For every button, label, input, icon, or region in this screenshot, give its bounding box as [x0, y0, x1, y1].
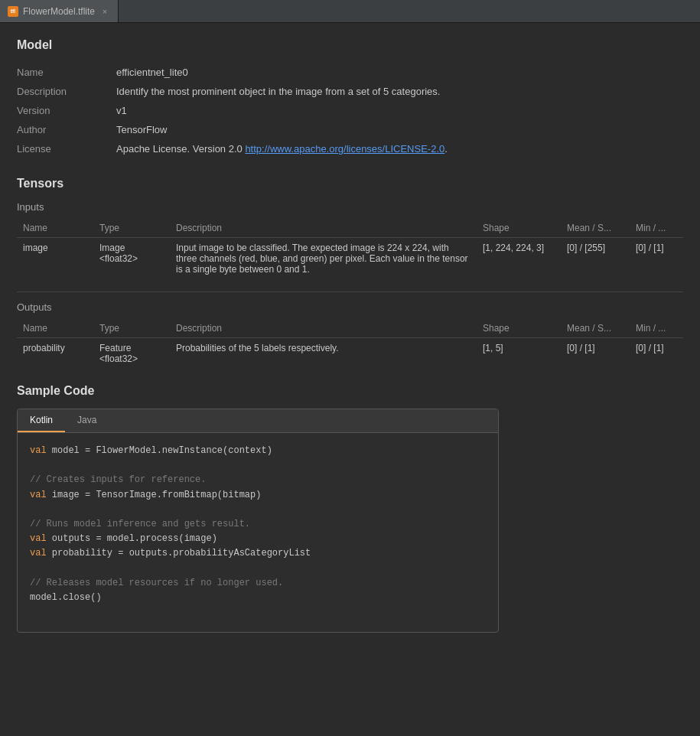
- outputs-row-0: probability Feature <float32> Probabilit…: [17, 338, 683, 370]
- input-mean-0: [0] / [255]: [561, 238, 630, 280]
- outputs-group-title: Outputs: [17, 301, 683, 313]
- code-line-5: [30, 503, 486, 517]
- input-type-0: Image <float32>: [93, 238, 170, 280]
- input-name-0: image: [17, 238, 93, 280]
- outputs-col-type: Type: [93, 319, 170, 338]
- license-text: Apache License. Version 2.0: [116, 143, 245, 155]
- meta-label-description: Description: [17, 86, 116, 97]
- code-line-8: val probability = outputs.probabilityAsC…: [30, 546, 486, 561]
- sample-code-title: Sample Code: [17, 384, 683, 398]
- tab-kotlin[interactable]: Kotlin: [18, 409, 65, 432]
- tab-bar: tfl FlowerModel.tflite ×: [0, 0, 700, 23]
- tensors-section-title: Tensors: [17, 177, 683, 191]
- input-shape-0: [1, 224, 224, 3]: [477, 238, 561, 280]
- meta-value-version: v1: [116, 105, 127, 116]
- code-line-2: [30, 458, 486, 473]
- input-desc-0: Input image to be classified. The expect…: [170, 238, 477, 280]
- meta-value-license: Apache License. Version 2.0 http://www.a…: [116, 143, 448, 155]
- code-line-6: // Runs model inference and gets result.: [30, 517, 486, 532]
- meta-row-license: License Apache License. Version 2.0 http…: [17, 139, 683, 158]
- tensors-section: Tensors Inputs Name Type Description Sha…: [17, 177, 683, 369]
- tab-close-button[interactable]: ×: [99, 6, 110, 17]
- inputs-col-type: Type: [93, 219, 170, 238]
- outputs-col-shape: Shape: [477, 319, 561, 338]
- code-line-10: // Releases model resources if no longer…: [30, 576, 486, 591]
- inputs-col-shape: Shape: [477, 219, 561, 238]
- model-section-title: Model: [17, 38, 683, 52]
- inputs-col-desc: Description: [170, 219, 477, 238]
- tensors-divider: [17, 291, 683, 292]
- license-link[interactable]: http://www.apache.org/licenses/LICENSE-2…: [245, 143, 444, 155]
- meta-row-description: Description Identify the most prominent …: [17, 82, 683, 101]
- inputs-col-name: Name: [17, 219, 93, 238]
- output-min-0: [0] / [1]: [630, 338, 683, 370]
- inputs-col-mean: Mean / S...: [561, 219, 630, 238]
- outputs-table: Name Type Description Shape Mean / S... …: [17, 319, 683, 369]
- meta-value-name: efficientnet_lite0: [116, 67, 188, 78]
- file-tab-label: FlowerModel.tflite: [23, 6, 95, 17]
- meta-label-version: Version: [17, 105, 116, 116]
- inputs-col-min: Min / ...: [630, 219, 683, 238]
- code-line-3: // Creates inputs for reference.: [30, 473, 486, 487]
- model-meta-table: Name efficientnet_lite0 Description Iden…: [17, 63, 683, 158]
- output-desc-0: Probabilities of the 5 labels respective…: [170, 338, 477, 370]
- input-min-0: [0] / [1]: [630, 238, 683, 280]
- meta-label-author: Author: [17, 124, 116, 135]
- inputs-row-0: image Image <float32> Input image to be …: [17, 238, 683, 280]
- code-container: Kotlin Java val model = FlowerModel.newI…: [17, 409, 499, 633]
- code-line-11: model.close(): [30, 591, 486, 605]
- outputs-col-min: Min / ...: [630, 319, 683, 338]
- outputs-col-desc: Description: [170, 319, 477, 338]
- output-shape-0: [1, 5]: [477, 338, 561, 370]
- inputs-group-title: Inputs: [17, 201, 683, 213]
- code-line-1: val model = FlowerModel.newInstance(cont…: [30, 444, 486, 458]
- outputs-col-mean: Mean / S...: [561, 319, 630, 338]
- code-line-9: [30, 562, 486, 576]
- code-line-7: val outputs = model.process(image): [30, 532, 486, 546]
- outputs-col-name: Name: [17, 319, 93, 338]
- meta-row-name: Name efficientnet_lite0: [17, 63, 683, 82]
- output-name-0: probability: [17, 338, 93, 370]
- output-type-0: Feature <float32>: [93, 338, 170, 370]
- code-line-4: val image = TensorImage.fromBitmap(bitma…: [30, 488, 486, 503]
- meta-row-author: Author TensorFlow: [17, 120, 683, 139]
- meta-value-description: Identify the most prominent object in th…: [116, 86, 440, 97]
- tab-java[interactable]: Java: [65, 409, 109, 432]
- file-tab[interactable]: tfl FlowerModel.tflite ×: [0, 0, 119, 22]
- license-suffix: .: [444, 143, 448, 155]
- meta-value-author: TensorFlow: [116, 124, 167, 135]
- code-block-kotlin: val model = FlowerModel.newInstance(cont…: [18, 433, 498, 632]
- file-tab-icon: tfl: [8, 6, 18, 17]
- sample-code-section: Sample Code Kotlin Java val model = Flow…: [17, 384, 683, 633]
- output-mean-0: [0] / [1]: [561, 338, 630, 370]
- main-content: Model Name efficientnet_lite0 Descriptio…: [0, 23, 700, 648]
- meta-label-license: License: [17, 143, 116, 155]
- code-tabs: Kotlin Java: [18, 409, 498, 433]
- inputs-table: Name Type Description Shape Mean / S... …: [17, 219, 683, 279]
- meta-row-version: Version v1: [17, 101, 683, 120]
- meta-label-name: Name: [17, 67, 116, 78]
